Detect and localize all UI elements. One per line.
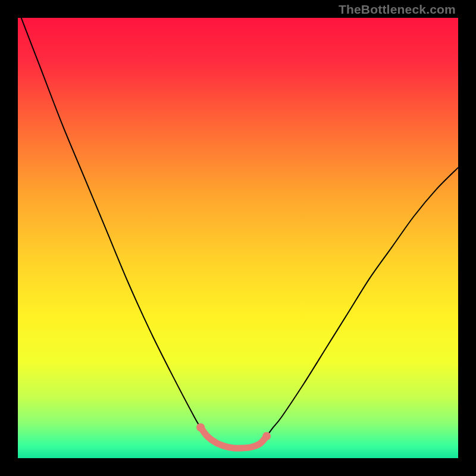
flat-region-highlight (201, 427, 267, 448)
watermark-text: TheBottleneck.com (339, 2, 456, 17)
flat-region-dot-right (262, 432, 271, 440)
curve-layer (18, 18, 458, 458)
plot-area (18, 18, 458, 458)
flat-region-dot-left (196, 423, 205, 431)
chart-frame: TheBottleneck.com (0, 0, 476, 476)
bottleneck-curve (18, 18, 458, 448)
